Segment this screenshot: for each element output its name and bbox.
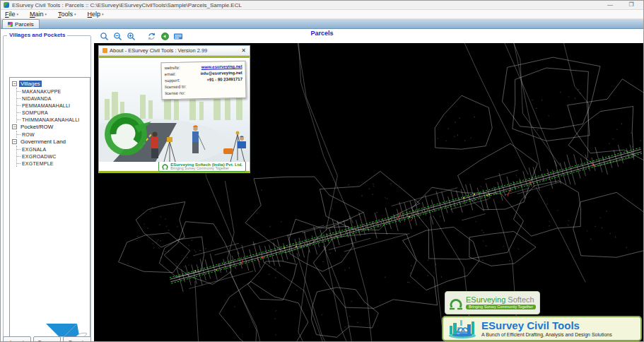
tree-collapse-icon[interactable]: − bbox=[12, 81, 17, 86]
map-toolbar bbox=[99, 31, 183, 42]
tree-collapse-icon[interactable]: − bbox=[12, 124, 17, 129]
about-dialog-close-icon[interactable]: ✕ bbox=[241, 47, 246, 54]
about-badge-strip: ESurveying Softech (India) Pvt. Ltd. Bri… bbox=[99, 162, 250, 171]
softech-brand-green: ESurveying bbox=[466, 295, 505, 304]
menu-caret-icon: ▾ bbox=[102, 12, 104, 16]
sidebar-group-title: Villages and Pockets bbox=[7, 32, 67, 38]
civil-tools-city-icon bbox=[447, 319, 477, 338]
tree-leaf-exgtemple[interactable]: EXGTEMPLE bbox=[17, 160, 90, 167]
menu-caret-icon: ▾ bbox=[17, 12, 19, 16]
minimize-button[interactable]: — bbox=[601, 1, 619, 9]
menu-bar: File▾Main▾Tools▾Help▾ bbox=[1, 10, 643, 19]
parcels-tab-icon bbox=[8, 22, 13, 27]
about-dialog-icon bbox=[103, 48, 107, 53]
map-yellow-dot bbox=[474, 194, 475, 195]
map-layer bbox=[258, 259, 260, 262]
tab-strip: Parcels bbox=[1, 19, 643, 29]
tab-label: Parcels bbox=[15, 21, 34, 28]
refresh-icon[interactable] bbox=[146, 32, 156, 42]
softech-omega-icon bbox=[162, 163, 168, 170]
map-yellow-dot bbox=[216, 269, 217, 271]
softech-tagline: Bringing Survey Community Together bbox=[466, 305, 536, 310]
map-layer bbox=[189, 170, 560, 289]
map-yellow-dot bbox=[486, 195, 488, 196]
villages-tree-panel: −VillagesMAKANAKUPPENIDAVANDAPEMMAMANAHA… bbox=[9, 77, 90, 342]
zoom-out-icon[interactable] bbox=[112, 32, 122, 42]
zoom-window-icon[interactable] bbox=[99, 32, 109, 42]
restore-button[interactable]: ❐ bbox=[622, 1, 640, 9]
zoom-in-icon[interactable] bbox=[126, 32, 136, 42]
softech-brand-gray: Softech bbox=[505, 295, 534, 304]
tree-leaf-label: PEMMAMANAHALLI bbox=[22, 103, 70, 108]
tab-parcels[interactable]: Parcels bbox=[2, 19, 40, 28]
fit-view-icon[interactable] bbox=[173, 32, 183, 42]
tree-leaf-label: EXGNALA bbox=[22, 147, 46, 152]
company-badge: ESurveying Softech (India) Pvt. Ltd. Bri… bbox=[158, 161, 246, 172]
map-yellow-dot bbox=[295, 246, 297, 247]
tree-leaf-label: SOMPURA bbox=[22, 110, 48, 115]
map-yellow-dot bbox=[463, 197, 464, 199]
tree-leaf-label: EXGTEMPLE bbox=[22, 161, 54, 166]
menu-item-help[interactable]: Help▾ bbox=[88, 11, 104, 18]
tree-leaf-exgroadwc[interactable]: EXGROADWC bbox=[17, 153, 90, 160]
tree-children: EXGNALAEXGROADWCEXGTEMPLE bbox=[16, 146, 90, 167]
tree-leaf-pemmamanahalli[interactable]: PEMMAMANAHALLI bbox=[17, 102, 90, 109]
civil-tools-title: ESurvey Civil Tools bbox=[481, 320, 612, 332]
note-field-label: email: bbox=[165, 71, 176, 78]
tree-leaf-makanakuppe[interactable]: MAKANAKUPPE bbox=[17, 88, 90, 95]
company-badge-tagline: Bringing Survey Community Together bbox=[170, 167, 242, 170]
map-yellow-dot bbox=[409, 216, 411, 218]
menu-item-main[interactable]: Main▾ bbox=[30, 11, 47, 18]
note-field-value: +91 - 80 23491717 bbox=[206, 76, 242, 83]
tree-connector bbox=[17, 163, 21, 164]
window-title: ESurvey Civil Tools : Parcels :: C:\ESur… bbox=[12, 2, 598, 8]
map-layer bbox=[529, 180, 532, 187]
reports-button[interactable]: Reports bbox=[63, 336, 91, 342]
map-yellow-dot bbox=[488, 194, 490, 196]
process-button[interactable]: Process bbox=[33, 336, 62, 342]
about-dialog-title: About - ESurvey Civil Tools : Version 2.… bbox=[110, 47, 239, 54]
menu-caret-icon: ▾ bbox=[45, 12, 47, 16]
import-button[interactable]: Import bbox=[3, 336, 31, 342]
tree-collapse-icon[interactable]: − bbox=[12, 139, 17, 144]
softech-brand: ESurveying Softech bbox=[466, 296, 536, 304]
tree-node-pocket-row: −Pocket/ROW bbox=[12, 123, 90, 131]
tree-node-villages: −Villages bbox=[12, 80, 90, 88]
regen-icon[interactable] bbox=[160, 32, 170, 42]
window-titlebar: ESurvey Civil Tools : Parcels :: C:\ESur… bbox=[1, 1, 643, 10]
about-dialog-body: website:www.esurveying.netemail:info@esu… bbox=[99, 58, 250, 162]
tree-node-label[interactable]: Pocket/ROW bbox=[19, 124, 54, 130]
tree-leaf-row[interactable]: ROW bbox=[17, 131, 90, 138]
sidebar-button-row: ImportProcessReports bbox=[3, 336, 91, 342]
tree-connector bbox=[17, 98, 21, 99]
tree-connector bbox=[17, 91, 21, 92]
note-field-label: support: bbox=[165, 78, 180, 84]
tree-node-government-land: −Government Land bbox=[12, 138, 90, 146]
app-icon bbox=[4, 2, 9, 8]
tree-node-label[interactable]: Villages bbox=[19, 81, 42, 87]
menu-item-file[interactable]: File▾ bbox=[5, 11, 18, 18]
map-yellow-dot bbox=[283, 247, 285, 249]
map-yellow-dot bbox=[195, 271, 197, 272]
tree-leaf-label: ROW bbox=[22, 132, 35, 137]
civil-tools-subtitle: A Bunch of Efficient Drafting, Analysis … bbox=[481, 332, 612, 337]
note-field-license-no-: license no: bbox=[165, 89, 242, 97]
tree-leaf-nidavanda[interactable]: NIDAVANDA bbox=[17, 95, 90, 102]
license-note: website:www.esurveying.netemail:info@esu… bbox=[160, 61, 246, 100]
tree-node-label[interactable]: Government Land bbox=[19, 138, 67, 145]
note-field-label: website: bbox=[165, 65, 180, 71]
menu-item-tools[interactable]: Tools▾ bbox=[58, 11, 76, 18]
tree-leaf-sompura[interactable]: SOMPURA bbox=[17, 109, 90, 116]
about-dialog: About - ESurvey Civil Tools : Version 2.… bbox=[98, 45, 250, 173]
softech-omega-logo-icon bbox=[449, 296, 463, 310]
tree-children: ROW bbox=[16, 131, 90, 138]
tree-connector bbox=[17, 112, 21, 113]
note-field-label: license no: bbox=[165, 90, 185, 98]
map-layer bbox=[508, 189, 511, 196]
about-dialog-titlebar[interactable]: About - ESurvey Civil Tools : Version 2.… bbox=[99, 46, 250, 56]
tree-connector bbox=[17, 119, 21, 120]
tree-leaf-exgnala[interactable]: EXGNALA bbox=[17, 146, 90, 153]
tree-children: MAKANAKUPPENIDAVANDAPEMMAMANAHALLISOMPUR… bbox=[16, 88, 90, 123]
villages-groupbox: −VillagesMAKANAKUPPENIDAVANDAPEMMAMANAHA… bbox=[3, 35, 91, 341]
tree-leaf-thimmanaikanahalli[interactable]: THIMMANAIKANAHALLI bbox=[17, 116, 90, 123]
